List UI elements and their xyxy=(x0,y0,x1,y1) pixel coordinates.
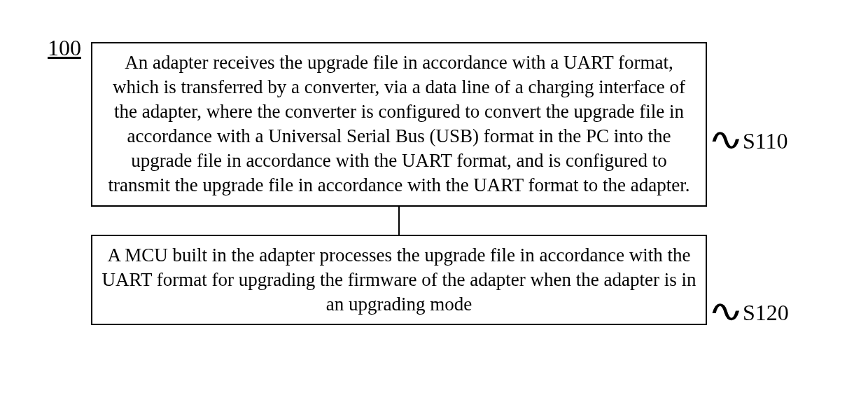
flowchart: An adapter receives the upgrade file in … xyxy=(91,42,707,325)
step-label-text: S110 xyxy=(743,128,788,154)
step-label-s110: ∿ S110 xyxy=(713,123,788,159)
connector-tilde-icon: ∿ xyxy=(708,293,744,329)
step-box-s120: A MCU built in the adapter processes the… xyxy=(91,235,707,325)
step-label-s120: ∿ S120 xyxy=(713,294,789,331)
connector-s110-s120 xyxy=(398,207,400,235)
connector-tilde-icon: ∿ xyxy=(708,121,744,158)
step-box-s110: An adapter receives the upgrade file in … xyxy=(91,42,707,207)
step-label-text: S120 xyxy=(743,300,789,326)
figure-number: 100 xyxy=(48,35,81,61)
